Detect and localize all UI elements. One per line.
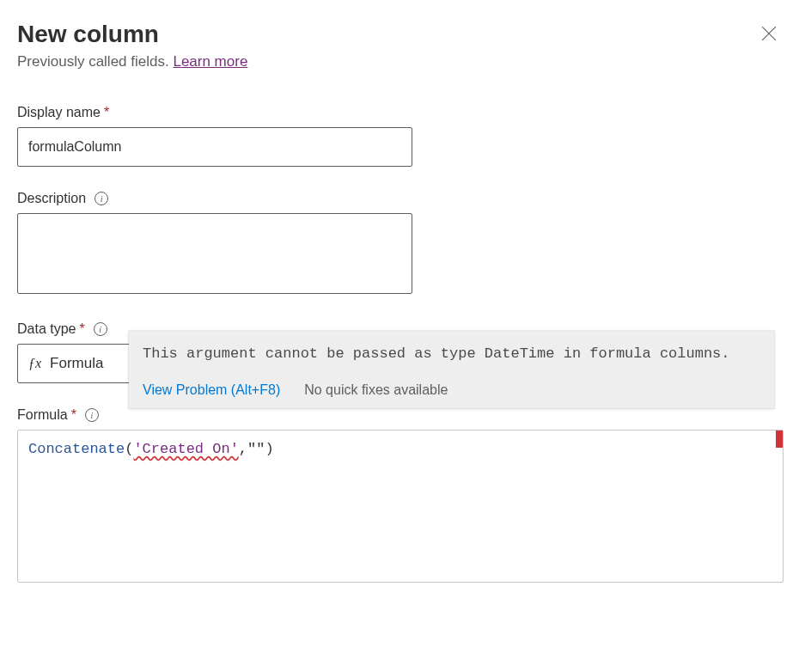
- learn-more-link[interactable]: Learn more: [173, 53, 247, 70]
- overview-ruler-error: [776, 431, 783, 448]
- subtitle-text: Previously called fields.: [17, 53, 173, 70]
- panel-header: New column Previously called fields. Lea…: [17, 21, 782, 105]
- close-button[interactable]: [756, 21, 782, 48]
- description-label-row: Description i: [17, 191, 782, 206]
- panel-subtitle: Previously called fields. Learn more: [17, 53, 247, 70]
- formula-token-error-arg: 'Created On': [133, 441, 238, 457]
- required-marker: *: [79, 321, 84, 337]
- formula-editor[interactable]: Concatenate('Created On',""): [17, 430, 784, 583]
- formula-label: Formula: [17, 407, 68, 423]
- description-input[interactable]: [17, 213, 412, 294]
- view-problem-link[interactable]: View Problem (Alt+F8): [143, 382, 280, 398]
- fx-icon: ƒx: [28, 356, 41, 371]
- close-icon: [761, 26, 777, 41]
- no-quick-fix-text: No quick fixes available: [304, 382, 448, 398]
- formula-token-string: "": [247, 441, 265, 457]
- info-icon[interactable]: i: [95, 192, 108, 205]
- description-label: Description: [17, 191, 86, 206]
- error-tooltip: This argument cannot be passed as type D…: [129, 331, 774, 408]
- formula-token-paren: ): [265, 441, 273, 457]
- panel-title: New column: [17, 21, 247, 48]
- new-column-panel: New column Previously called fields. Lea…: [0, 0, 799, 672]
- description-group: Description i: [17, 191, 782, 297]
- tooltip-message: This argument cannot be passed as type D…: [129, 331, 774, 374]
- display-name-label-row: Display name *: [17, 105, 782, 120]
- formula-editor-wrap: This argument cannot be passed as type D…: [17, 430, 784, 583]
- formula-token-comma: ,: [239, 441, 247, 457]
- tooltip-actions: View Problem (Alt+F8) No quick fixes ava…: [129, 374, 774, 408]
- formula-token-function: Concatenate: [28, 441, 125, 457]
- required-marker: *: [104, 105, 109, 120]
- display-name-label: Display name: [17, 105, 101, 120]
- formula-token-paren: (: [125, 441, 133, 457]
- info-icon[interactable]: i: [94, 322, 107, 336]
- data-type-label: Data type: [17, 321, 76, 337]
- required-marker: *: [71, 407, 76, 423]
- data-type-value: Formula: [50, 355, 103, 372]
- display-name-group: Display name *: [17, 105, 782, 167]
- display-name-input[interactable]: [17, 127, 412, 167]
- formula-label-row: Formula * i: [17, 407, 782, 423]
- formula-group: Formula * i This argument cannot be pass…: [17, 407, 782, 583]
- header-titles: New column Previously called fields. Lea…: [17, 21, 247, 105]
- info-icon[interactable]: i: [85, 408, 99, 422]
